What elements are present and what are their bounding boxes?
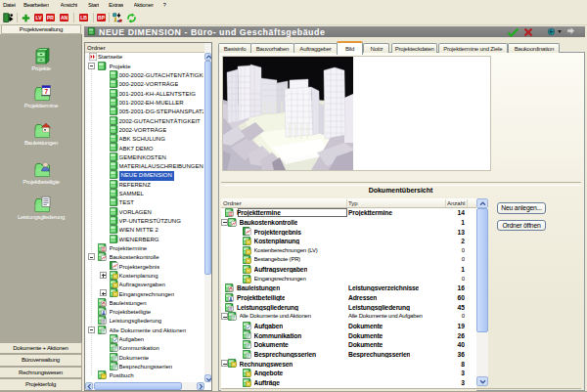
svg-text:7: 7	[44, 88, 48, 95]
